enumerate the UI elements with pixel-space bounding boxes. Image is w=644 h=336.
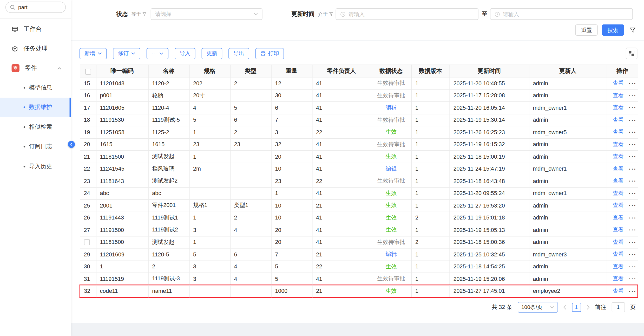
more-actions-icon[interactable]: ··· bbox=[629, 141, 636, 148]
row-number: 25 bbox=[80, 199, 96, 212]
view-link[interactable]: 查看 bbox=[613, 153, 623, 160]
view-link[interactable]: 查看 bbox=[613, 104, 623, 112]
more-actions-icon[interactable]: ··· bbox=[629, 166, 636, 172]
cell-version: 1 bbox=[411, 175, 450, 187]
row-number: 22 bbox=[80, 163, 96, 175]
view-link[interactable]: 查看 bbox=[613, 177, 623, 185]
sidebar-item-label: 任务处理 bbox=[24, 45, 48, 53]
row-number: 19 bbox=[80, 126, 96, 138]
view-link[interactable]: 查看 bbox=[613, 165, 623, 173]
view-link[interactable]: 查看 bbox=[613, 80, 623, 87]
cell-status: 生效待审批 bbox=[371, 77, 411, 89]
sidebar-collapse-button[interactable] bbox=[68, 141, 75, 148]
sidebar-item-import-history[interactable]: 导入历史 bbox=[0, 157, 71, 176]
select-all-checkbox[interactable] bbox=[85, 69, 91, 74]
goto-page-input[interactable] bbox=[612, 302, 625, 312]
view-link[interactable]: 查看 bbox=[613, 202, 623, 209]
sidebar-item-data-maintenance[interactable]: 数据维护 bbox=[0, 98, 71, 117]
sidebar-search[interactable] bbox=[5, 2, 66, 13]
cell-owner: 22 bbox=[312, 126, 371, 138]
more-actions-icon[interactable]: ··· bbox=[629, 263, 636, 270]
view-link[interactable]: 查看 bbox=[613, 226, 623, 234]
cell-owner: 41 bbox=[312, 187, 371, 199]
more-actions-icon[interactable]: ··· bbox=[629, 92, 636, 99]
view-link[interactable]: 查看 bbox=[613, 214, 623, 222]
more-actions-icon[interactable]: ··· bbox=[629, 129, 636, 135]
prev-page-button[interactable] bbox=[563, 305, 567, 309]
time-from-field[interactable] bbox=[336, 8, 478, 20]
sidebar-search-input[interactable] bbox=[18, 4, 60, 10]
cell-code: 11191500 bbox=[96, 224, 148, 236]
more-actions-icon[interactable]: ··· bbox=[629, 227, 636, 233]
more-actions-icon[interactable]: ··· bbox=[629, 153, 636, 160]
row-checkbox[interactable] bbox=[84, 240, 89, 245]
time-to-input[interactable] bbox=[503, 11, 628, 17]
search-button[interactable]: 搜索 bbox=[602, 24, 624, 36]
more-actions-icon[interactable]: ··· bbox=[629, 239, 636, 245]
view-link[interactable]: 查看 bbox=[613, 275, 623, 282]
page-size-select[interactable]: 100条/页 bbox=[517, 302, 557, 312]
cell-code: 11241545 bbox=[96, 163, 148, 175]
view-link[interactable]: 查看 bbox=[613, 287, 623, 295]
cell-actions: 查看 ··· bbox=[607, 236, 638, 248]
filter-funnel-icon[interactable] bbox=[629, 27, 636, 33]
next-page-button[interactable] bbox=[586, 305, 590, 309]
import-button[interactable]: 导入 bbox=[175, 48, 195, 59]
cell-status: 编辑 bbox=[371, 248, 411, 261]
export-button[interactable]: 导出 bbox=[228, 48, 249, 59]
cell-updated: 2025-11-26 16:25:23 bbox=[449, 126, 529, 138]
more-actions-icon[interactable]: ··· bbox=[629, 178, 636, 184]
more-actions-icon[interactable]: ··· bbox=[629, 105, 636, 111]
sidebar-item-model-info[interactable]: 模型信息 bbox=[0, 78, 71, 98]
more-actions-icon[interactable]: ··· bbox=[629, 117, 636, 123]
cell-updater: mdm_owner1 bbox=[529, 102, 607, 114]
cell-status: 编辑 bbox=[371, 163, 411, 175]
view-link[interactable]: 查看 bbox=[613, 116, 623, 124]
add-button[interactable]: 新增 bbox=[80, 48, 107, 59]
revise-button[interactable]: 修订 bbox=[113, 48, 140, 59]
view-link[interactable]: 查看 bbox=[613, 238, 623, 246]
column-settings-button[interactable] bbox=[626, 48, 638, 59]
more-actions-icon[interactable]: ··· bbox=[629, 251, 636, 257]
more-actions-icon[interactable]: ··· bbox=[629, 275, 636, 282]
current-page[interactable]: 1 bbox=[572, 302, 581, 312]
update-button[interactable]: 更新 bbox=[202, 48, 222, 59]
cell-status: 生效 bbox=[371, 224, 411, 236]
cell-spec: 3 bbox=[189, 273, 230, 285]
status-operator[interactable]: 等于 bbox=[131, 11, 147, 18]
sidebar-item-tasks[interactable]: 任务处理 bbox=[0, 39, 71, 59]
more-menu-button[interactable]: ··· bbox=[147, 48, 168, 59]
more-actions-icon[interactable]: ··· bbox=[629, 202, 636, 209]
view-link[interactable]: 查看 bbox=[613, 141, 623, 148]
col-header-actions: 操作 bbox=[607, 65, 638, 77]
more-actions-icon[interactable]: ··· bbox=[629, 80, 636, 87]
more-actions-icon[interactable]: ··· bbox=[629, 288, 636, 294]
view-link[interactable]: 查看 bbox=[613, 263, 623, 270]
row-number: 24 bbox=[80, 187, 96, 199]
sidebar-item-similarity-search[interactable]: 相似检索 bbox=[0, 117, 71, 137]
view-link[interactable]: 查看 bbox=[613, 251, 623, 258]
app: 工作台 任务处理 零 零件 模型信息 数据维护 bbox=[0, 0, 644, 336]
table-row: 17 11201605 1120-4 4 5 6 41 编辑 1 2025-11… bbox=[80, 102, 638, 114]
view-link[interactable]: 查看 bbox=[613, 92, 623, 99]
table-row: 11181500 测试发起 1 20 41 生效待审批 2 2025-11-18… bbox=[80, 236, 638, 248]
print-button[interactable]: 打印 bbox=[255, 48, 284, 59]
view-link[interactable]: 查看 bbox=[613, 190, 623, 197]
sidebar-subitem-label: 数据维护 bbox=[29, 104, 52, 111]
cell-spec: 23 bbox=[189, 138, 230, 151]
time-operator[interactable]: 介于 bbox=[318, 11, 333, 18]
reset-button[interactable]: 重置 bbox=[575, 24, 598, 36]
sidebar-item-parts[interactable]: 零 零件 bbox=[0, 59, 71, 78]
status-select[interactable]: 请选择 bbox=[151, 8, 262, 20]
view-link[interactable]: 查看 bbox=[613, 128, 623, 136]
sidebar-item-workbench[interactable]: 工作台 bbox=[0, 20, 71, 39]
time-to-field[interactable] bbox=[490, 8, 633, 20]
time-from-input[interactable] bbox=[349, 11, 474, 17]
sidebar-item-subscription-log[interactable]: 订阅日志 bbox=[0, 137, 71, 157]
cell-status: 生效待审批 bbox=[371, 138, 411, 151]
cell-type bbox=[230, 151, 271, 163]
more-actions-icon[interactable]: ··· bbox=[629, 190, 636, 197]
more-actions-icon[interactable]: ··· bbox=[629, 215, 636, 221]
cell-code: code11 bbox=[96, 285, 148, 297]
cell-version: 1 bbox=[411, 102, 450, 114]
